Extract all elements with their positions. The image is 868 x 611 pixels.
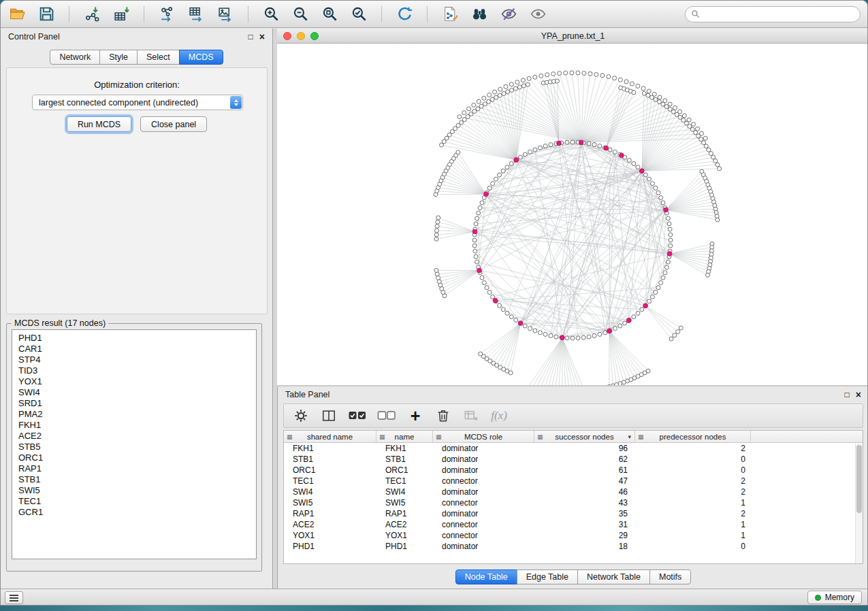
column-header-MCDS-role[interactable]: ▦MCDS role	[433, 431, 534, 442]
search-box	[685, 6, 861, 22]
table-scrollbar[interactable]	[855, 444, 863, 563]
run-mcds-button[interactable]: Run MCDS	[67, 116, 131, 132]
table-cell: STB1	[284, 455, 376, 464]
export-table-icon[interactable]	[187, 5, 206, 24]
mcds-result-list[interactable]: PHD1CAR1STP4TID3YOX1SWI4SRD1PMA2FKH1ACE2…	[12, 329, 257, 559]
network-graph-svg[interactable]	[277, 44, 868, 385]
table-cell: dominator	[433, 542, 534, 551]
select-all-icon[interactable]	[348, 407, 367, 425]
table-cell: dominator	[433, 444, 534, 453]
delete-column-icon[interactable]	[434, 407, 452, 425]
table-cell: ORC1	[376, 465, 433, 475]
close-table-icon[interactable]: ×	[856, 390, 861, 399]
close-panel-icon[interactable]: ×	[259, 32, 265, 42]
column-header-name[interactable]: ▦name	[376, 431, 433, 442]
import-network-icon[interactable]	[82, 5, 101, 24]
float-panel-icon[interactable]: □	[248, 33, 253, 41]
mcds-result-item[interactable]: SWI4	[18, 387, 256, 398]
table-cell: 0	[635, 542, 751, 551]
add-column-icon[interactable]: +	[406, 407, 424, 425]
table-row[interactable]: YOX1YOX1connector291	[284, 530, 863, 541]
status-menu-button[interactable]	[5, 591, 23, 604]
search-input[interactable]	[703, 10, 854, 19]
table-cell: 0	[635, 465, 751, 475]
mcds-result-item[interactable]: TID3	[18, 365, 256, 376]
export-network-icon[interactable]	[157, 5, 176, 24]
hide-elements-icon[interactable]	[499, 5, 518, 24]
zoom-in-icon[interactable]	[261, 5, 280, 24]
tab-node-table[interactable]: Node Table	[455, 569, 517, 584]
zoom-fit-icon[interactable]	[320, 5, 339, 24]
network-canvas[interactable]	[277, 44, 868, 385]
save-session-icon[interactable]	[37, 5, 56, 24]
search-network-icon[interactable]	[470, 5, 489, 24]
table-cell: 2	[635, 509, 751, 518]
deselect-all-icon[interactable]	[377, 407, 396, 425]
close-traffic-light[interactable]	[283, 32, 291, 40]
column-header-predecessor-nodes[interactable]: ▦predecessor nodes	[635, 431, 751, 442]
mcds-result-item[interactable]: TEC1	[18, 496, 256, 507]
mcds-result-item[interactable]: STP4	[18, 354, 256, 365]
mcds-result-item[interactable]: CAR1	[18, 344, 256, 354]
delete-table-icon[interactable]	[462, 407, 480, 425]
mcds-result-item[interactable]: PMA2	[18, 409, 256, 420]
table-row[interactable]: STB1STB1dominator620	[284, 454, 863, 465]
share-document-icon[interactable]	[440, 5, 460, 24]
column-header-successor-nodes[interactable]: ▦successor nodes▾	[534, 431, 635, 442]
table-row[interactable]: RAP1RAP1dominator352	[284, 508, 863, 519]
refresh-layout-icon[interactable]	[395, 5, 414, 24]
mcds-result-item[interactable]: ACE2	[18, 431, 256, 442]
mcds-result-item[interactable]: YOX1	[18, 376, 256, 387]
tab-style[interactable]: Style	[99, 50, 138, 65]
tab-network-table[interactable]: Network Table	[577, 569, 650, 584]
table-row[interactable]: ACE2ACE2connector311	[284, 519, 863, 530]
zoom-traffic-light[interactable]	[310, 32, 319, 40]
application-window: Control Panel □ × NetworkStyleSelectMCDS…	[0, 0, 868, 606]
table-row[interactable]: PHD1PHD1dominator180	[284, 541, 863, 552]
node-table: ▦shared name▦name▦MCDS role▦successor no…	[283, 430, 863, 564]
scrollbar-thumb[interactable]	[856, 445, 862, 513]
tab-network[interactable]: Network	[50, 50, 100, 65]
column-header-label: name	[395, 433, 415, 441]
show-elements-icon[interactable]	[528, 5, 547, 24]
tab-select[interactable]: Select	[137, 50, 180, 65]
mcds-result-item[interactable]: STB5	[18, 442, 256, 452]
column-header-label: MCDS role	[464, 433, 502, 441]
table-row[interactable]: FKH1FKH1dominator962	[284, 443, 863, 454]
function-builder-icon[interactable]: f(x)	[490, 407, 508, 425]
mcds-result-item[interactable]: RAP1	[18, 463, 256, 474]
mcds-result-item[interactable]: STB1	[18, 474, 256, 485]
table-cell: TEC1	[284, 476, 376, 486]
zoom-out-icon[interactable]	[291, 5, 310, 24]
criterion-dropdown[interactable]: largest connected component (undirected)	[32, 95, 243, 110]
column-header-shared-name[interactable]: ▦shared name	[284, 431, 376, 442]
table-row[interactable]: ORC1ORC1dominator610	[284, 465, 863, 476]
table-cell: SWI5	[376, 498, 433, 508]
export-image-icon[interactable]	[216, 5, 235, 24]
zoom-selected-icon[interactable]	[349, 5, 368, 24]
mcds-result-item[interactable]: FKH1	[18, 420, 256, 431]
minimize-traffic-light[interactable]	[297, 32, 305, 40]
float-table-icon[interactable]: □	[845, 391, 850, 399]
table-row[interactable]: SWI4SWI4dominator462	[284, 486, 863, 497]
close-panel-button[interactable]: Close panel	[140, 116, 207, 132]
split-columns-icon[interactable]	[320, 407, 338, 425]
memory-button[interactable]: Memory	[807, 591, 862, 604]
mcds-result-item[interactable]: SRD1	[18, 398, 256, 409]
table-row[interactable]: TEC1TEC1connector472	[284, 476, 863, 486]
tab-mcds[interactable]: MCDS	[179, 50, 223, 65]
column-type-icon: ▦	[537, 433, 543, 440]
open-file-icon[interactable]	[7, 5, 27, 24]
column-type-icon: ▦	[287, 433, 293, 440]
tab-edge-table[interactable]: Edge Table	[517, 569, 578, 584]
mcds-result-item[interactable]: PHD1	[18, 333, 256, 344]
mcds-result-item[interactable]: GCR1	[18, 507, 256, 518]
mcds-result-item[interactable]: ORC1	[18, 452, 256, 463]
table-cell: connector	[433, 531, 534, 540]
mcds-result-item[interactable]: SWI5	[18, 485, 256, 496]
table-row[interactable]: SWI5SWI5connector431	[284, 497, 863, 508]
sort-dropdown-icon[interactable]: ▾	[628, 433, 631, 440]
import-table-icon[interactable]	[112, 5, 131, 24]
table-mode-gear-icon[interactable]	[292, 407, 310, 425]
tab-motifs[interactable]: Motifs	[649, 569, 691, 584]
